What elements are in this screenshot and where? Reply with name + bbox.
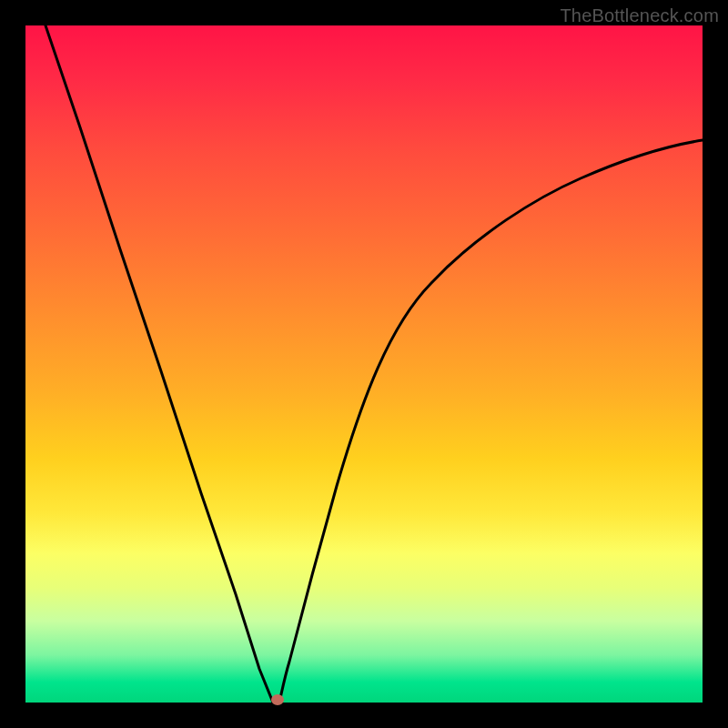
curve-right-branch <box>279 140 703 703</box>
chart-frame: TheBottleneck.com <box>0 0 728 728</box>
curve-left-branch <box>46 25 273 703</box>
min-point-marker <box>271 694 284 705</box>
watermark-text: TheBottleneck.com <box>560 5 719 26</box>
bottleneck-curve <box>25 25 703 703</box>
plot-area <box>25 25 703 703</box>
